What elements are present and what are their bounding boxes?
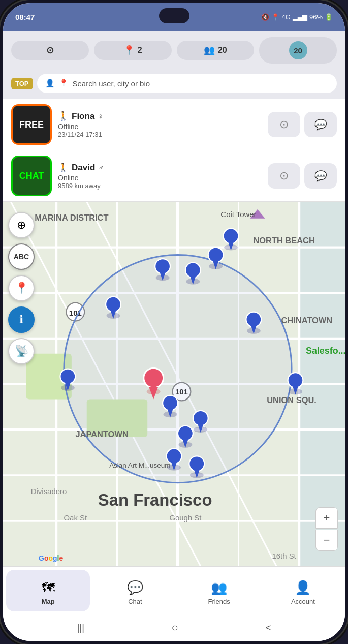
signal-text: 4G (281, 13, 290, 21)
chat-action-fiona[interactable]: 💬 (304, 112, 337, 137)
gender-david: ♂ (98, 163, 104, 172)
nav-friends[interactable]: 👥 Friends (177, 567, 261, 615)
search-bar: TOP 👤 📍 Search user, city or bio (3, 70, 345, 99)
notification-icon: 20 (289, 41, 307, 59)
friends-nav-icon: 👥 (211, 580, 227, 596)
location-pin-icon: 📍 (123, 45, 135, 56)
svg-text:Salesfo...: Salesfo... (306, 346, 345, 356)
search-input[interactable]: 👤 📍 Search user, city or bio (37, 74, 337, 93)
phone-shell: 08:47 🔇 📍 4G ▂▄▆ 96% 🔋 ⊙ 📍 2 (0, 0, 348, 644)
broadcast-icon: 📡 (15, 345, 28, 358)
info-icon: ℹ (19, 313, 23, 326)
search-placeholder: Search user, city or bio (73, 79, 150, 88)
battery-text: 96% (309, 13, 323, 21)
svg-point-53 (224, 228, 239, 243)
svg-text:MARINA DISTRICT: MARINA DISTRICT (35, 213, 108, 222)
info-button[interactable]: ℹ (8, 306, 35, 333)
broadcast-button[interactable]: 📡 (8, 338, 35, 364)
g-letter-o2: o (48, 554, 53, 562)
avatar-david[interactable]: CHAT (11, 156, 52, 196)
user-status-fiona: Offline (58, 122, 262, 131)
svg-text:Asian Art M...useum: Asian Art M...useum (109, 462, 170, 469)
user-item-fiona: FREE 🚶 Fiona ♀ Offline 23/11/24 17:31 ⊙ (3, 99, 345, 150)
chat-action-david[interactable]: 💬 (304, 163, 337, 189)
map-nav-icon: 🗺 (42, 580, 55, 596)
svg-text:UNION SQU.: UNION SQU. (267, 395, 317, 405)
scan-action-fiona[interactable]: ⊙ (268, 112, 300, 137)
scan-action-david[interactable]: ⊙ (268, 163, 300, 189)
signal-bars: ▂▄▆ (293, 13, 307, 21)
abc-icon: ABC (14, 253, 29, 261)
nav-friends-label: Friends (208, 598, 230, 605)
google-logo: Google (39, 554, 63, 562)
battery-icon: 🔋 (325, 13, 333, 21)
home-button[interactable]: ○ (172, 621, 178, 634)
zoom-in-button[interactable]: + (315, 507, 338, 529)
app-content: ⊙ 📍 2 👥 20 20 TOP 👤 📍 (3, 31, 345, 641)
account-nav-icon: 👤 (295, 580, 311, 596)
svg-point-44 (155, 259, 170, 274)
svg-point-47 (185, 263, 201, 278)
location-button[interactable]: 📍 2 (94, 41, 172, 60)
location-count: 2 (138, 46, 142, 55)
chat-nav-icon: 💬 (127, 580, 143, 596)
nav-chat[interactable]: 💬 Chat (93, 567, 177, 615)
zoom-controls: + − (315, 507, 338, 551)
user-info-david: 🚶 David ♂ Online 9589 km away (58, 162, 262, 190)
svg-text:NORTH BEACH: NORTH BEACH (253, 236, 314, 245)
abc-button[interactable]: ABC (8, 243, 35, 270)
user-actions-fiona: ⊙ 💬 (268, 112, 337, 137)
nav-map[interactable]: 🗺 Map (6, 570, 90, 611)
svg-text:Coit Tower: Coit Tower (220, 210, 256, 219)
top-bar: ⊙ 📍 2 👥 20 20 (3, 31, 345, 70)
nav-chat-label: Chat (128, 598, 142, 605)
user-name-fiona: 🚶 Fiona ♀ (58, 111, 262, 121)
add-friend-button[interactable]: 👥 20 (177, 41, 255, 60)
status-bar: 08:47 🔇 📍 4G ▂▄▆ 96% 🔋 (3, 3, 345, 31)
svg-text:Gough St: Gough St (169, 513, 202, 522)
back-button[interactable]: < (266, 623, 271, 633)
map-container[interactable]: 101 101 80 280 MARINA DISTRICT NORTH BEA… (3, 202, 345, 566)
user-info-fiona: 🚶 Fiona ♀ Offline 23/11/24 17:31 (58, 111, 262, 138)
walk-icon-david: 🚶 (58, 162, 69, 173)
accessibility-icon: ⊕ (17, 219, 26, 232)
g-letter-g2: g (53, 554, 57, 562)
phone-inner: 08:47 🔇 📍 4G ▂▄▆ 96% 🔋 ⊙ 📍 2 (3, 3, 345, 641)
location-search-icon: 📍 (59, 79, 69, 88)
svg-point-50 (208, 248, 224, 263)
user-meta-david: 9589 km away (58, 182, 262, 190)
walk-icon: 🚶 (58, 111, 69, 121)
map-toolbar: ⊕ ABC 📍 ℹ 📡 (8, 212, 35, 364)
g-letter-e: e (59, 554, 63, 562)
add-friend-icon: 👥 (204, 45, 215, 56)
avatar-fiona[interactable]: FREE (11, 104, 52, 145)
top-badge: TOP (11, 78, 33, 89)
nav-map-label: Map (42, 598, 55, 605)
bottom-nav: 🗺 Map 💬 Chat 👥 Friends 👤 Account (3, 566, 345, 615)
nav-account-label: Account (291, 598, 315, 605)
nav-account[interactable]: 👤 Account (261, 567, 345, 615)
svg-point-56 (106, 297, 121, 312)
zoom-out-button[interactable]: − (315, 530, 338, 551)
user-actions-david: ⊙ 💬 (268, 163, 337, 189)
user-item-david: CHAT 🚶 David ♂ Online 9589 km away ⊙ (3, 150, 345, 202)
svg-point-68 (288, 373, 303, 388)
recents-button[interactable]: ||| (77, 623, 84, 633)
svg-point-28 (64, 255, 292, 483)
svg-point-59 (246, 312, 261, 327)
svg-text:Divisadero: Divisadero (31, 487, 67, 496)
svg-text:CHINATOWN: CHINATOWN (281, 316, 333, 325)
status-icons: 🔇 📍 4G ▂▄▆ 96% 🔋 (261, 13, 333, 21)
system-nav-bar: ||| ○ < (3, 615, 345, 641)
accessibility-button[interactable]: ⊕ (8, 212, 35, 238)
g-letter-g: G (39, 554, 44, 562)
notifications-button[interactable]: 20 (259, 37, 337, 64)
user-name-david: 🚶 David ♂ (58, 162, 262, 173)
status-time: 08:47 (15, 13, 35, 21)
scan-icon: ⊙ (46, 45, 54, 56)
svg-text:JAPANTOWN: JAPANTOWN (75, 430, 128, 439)
svg-point-65 (60, 369, 75, 384)
location-icon: 📍 (271, 13, 279, 21)
scan-button[interactable]: ⊙ (11, 41, 89, 60)
location-type-button[interactable]: 📍 (8, 275, 35, 301)
